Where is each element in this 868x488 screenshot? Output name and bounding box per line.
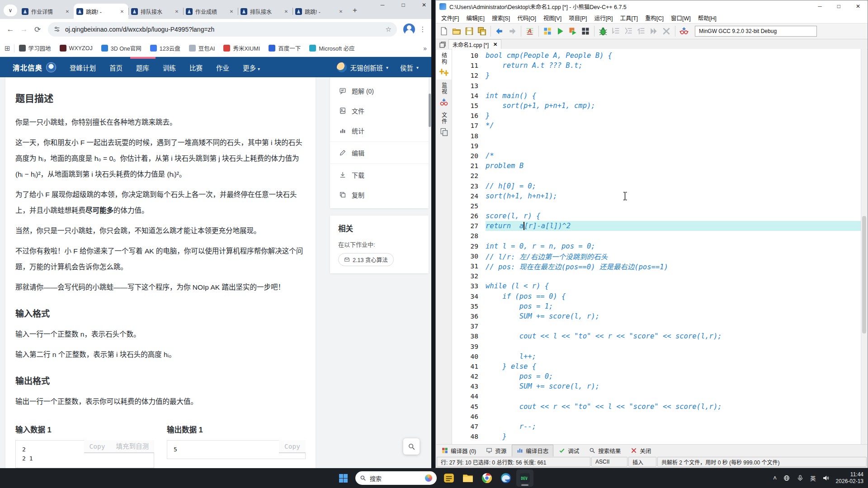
panel-tab-搜索结果[interactable]: 搜索结果 <box>585 445 625 456</box>
tray-globe-icon[interactable] <box>783 474 790 482</box>
code-line[interactable]: 33while (l < r) { <box>452 281 861 291</box>
panel-tab-关闭[interactable]: 关闭 <box>626 445 656 456</box>
code-line[interactable]: 24sort(h+1, h+n+1); <box>452 191 861 201</box>
code-line[interactable]: 16} <box>452 111 861 121</box>
sidebar-menu-题解[interactable]: 题解 (0) <box>330 81 429 101</box>
site-nav-item[interactable]: 训练 <box>163 63 176 72</box>
panel-tab-资源[interactable]: 资源 <box>481 445 511 456</box>
tab-close-icon[interactable]: ✕ <box>173 8 180 15</box>
tab-close-icon[interactable]: ✕ <box>337 8 344 15</box>
browser-tab[interactable]: 跳跳! -✕ <box>292 4 347 19</box>
browser-tab[interactable]: 跳跳! -✕ <box>74 4 128 19</box>
code-line[interactable]: 20/* <box>452 151 861 161</box>
code-line[interactable]: 22 <box>452 171 861 181</box>
code-line[interactable]: 25 <box>452 201 861 211</box>
code-line[interactable]: 38 cout << l << "to" << r << "score" << … <box>452 331 861 341</box>
apps-grid-icon[interactable]: ⊞ <box>5 44 10 52</box>
code-line[interactable]: 10bool cmp(People A, People B) { <box>452 51 861 61</box>
new-file-icon[interactable] <box>438 25 450 37</box>
code-line[interactable]: 35 pos = 1; <box>452 301 861 311</box>
code-line[interactable]: 46 <box>452 412 861 422</box>
browser-tab[interactable]: 作业成绩✕ <box>183 4 238 19</box>
code-line[interactable]: 27return a[r]-a[l])^2 <box>452 221 861 231</box>
code-line[interactable]: 11 return A.t ??? B.t; <box>452 61 861 70</box>
panel-tab-编译日志[interactable]: 编译日志 <box>512 445 553 457</box>
homework-badge[interactable]: 2.13 贪心算法 <box>338 253 394 266</box>
debug-icon[interactable] <box>597 25 609 37</box>
menu-item[interactable]: 帮助[H] <box>694 12 720 23</box>
step-out-icon[interactable] <box>635 25 647 37</box>
code-line[interactable]: 21problem B <box>452 161 861 171</box>
editor-scrollbar-thumb[interactable] <box>862 216 866 333</box>
taskbar-app-file-explorer[interactable] <box>459 469 476 487</box>
bookmark-item[interactable]: 豆包AI <box>189 44 215 52</box>
editor-tab-close-icon[interactable]: ✕ <box>493 42 497 47</box>
menu-item[interactable]: 视图[V] <box>540 12 565 23</box>
save-icon[interactable] <box>463 25 475 37</box>
code-line[interactable]: 12} <box>452 70 861 80</box>
window-list-icon[interactable] <box>439 41 447 48</box>
code-line[interactable]: 30// l/r: 左/右边第一个没跳到的石头 <box>452 251 861 261</box>
code-line[interactable]: 42 pos = 0; <box>452 371 861 381</box>
code-line[interactable]: 13 <box>452 81 861 91</box>
maximize-button[interactable]: □ <box>399 2 408 8</box>
tray-chevron-up-icon[interactable]: ˄ <box>773 474 777 482</box>
menu-item[interactable]: 项目[P] <box>565 12 590 23</box>
code-line[interactable]: 47 r--; <box>452 422 861 432</box>
code-line[interactable]: 23// h[0] = 0; <box>452 181 861 191</box>
code-line[interactable]: 43 SUM += score(l, r); <box>452 381 861 391</box>
code-line[interactable]: 36 SUM += score(l, r); <box>452 311 861 321</box>
tab-close-icon[interactable]: ✕ <box>64 8 71 15</box>
site-nav-item[interactable]: 题库 <box>136 63 149 72</box>
forward-button[interactable]: → <box>17 23 31 36</box>
taskbar-clock[interactable]: 11:44 2026-02-13 <box>836 471 863 485</box>
sidebar-menu-复制[interactable]: 复制 <box>330 185 429 205</box>
forward-nav-icon[interactable] <box>506 25 518 37</box>
bookmark-item[interactable]: Microsoft 必应 <box>309 44 354 52</box>
code-line[interactable]: 18 <box>452 131 861 141</box>
bookmark-item[interactable]: 秀米XIUMI <box>223 44 260 52</box>
bookmark-item[interactable]: 百度一下 <box>269 44 301 52</box>
browser-tab[interactable]: 作业详情✕ <box>19 4 74 19</box>
devcpp-titlebar[interactable]: C:\Users\Administrator\Desktop\未命名1.cpp … <box>436 0 868 12</box>
taskbar-app-edge[interactable] <box>497 469 514 487</box>
menu-item[interactable]: 窗口[W] <box>667 12 694 23</box>
code-line[interactable]: 19 <box>452 141 861 151</box>
panel-tab-编译器[interactable]: 编译器 (0) <box>437 445 481 456</box>
tab-close-icon[interactable]: ✕ <box>283 8 290 15</box>
sidebar-menu-编辑[interactable]: 编辑 <box>330 143 429 163</box>
tray-volume-icon[interactable] <box>822 474 830 482</box>
code-line[interactable]: 34 if (pos == 0) { <box>452 291 861 301</box>
add-watch-icon[interactable] <box>678 25 690 37</box>
save-all-icon[interactable] <box>476 25 488 37</box>
bookmark-item[interactable]: 123云盘 <box>150 44 180 52</box>
editor-tab[interactable]: 未命名1.cpp [*] ✕ <box>448 39 501 49</box>
url-text[interactable]: oj.qingbeixinao.com/d/wxcxb/p/luogu-P499… <box>65 26 386 33</box>
code-line[interactable]: 15 sort(p+1, p+n+1, cmp); <box>452 101 861 111</box>
bookmark-item[interactable]: WXYZOJ <box>60 45 93 52</box>
minimize-button[interactable]: ─ <box>378 2 387 8</box>
bookmark-item[interactable]: 学习园地 <box>19 44 51 52</box>
browser-scrollbar-thumb[interactable] <box>429 94 431 127</box>
sidebar-menu-文件[interactable]: 文件 <box>330 101 429 121</box>
step-over-icon[interactable] <box>610 25 622 37</box>
run-icon[interactable] <box>554 25 566 37</box>
code-line[interactable]: 32 <box>452 271 861 281</box>
code-line[interactable]: 44 <box>452 391 861 401</box>
page-search-button[interactable] <box>403 438 420 455</box>
editor-scrollbar[interactable] <box>861 49 867 445</box>
tab-close-icon[interactable]: ✕ <box>118 8 126 15</box>
back-button[interactable]: ← <box>4 23 17 36</box>
devcpp-minimize-button[interactable]: ─ <box>818 3 822 9</box>
code-line[interactable]: 45 cout << r << "to" << l << "score" << … <box>452 402 861 412</box>
code-editor[interactable]: 10bool cmp(People A, People B) {11 retur… <box>452 49 861 445</box>
bookmark-star-icon[interactable]: ☆ <box>386 25 392 33</box>
step-into-icon[interactable] <box>623 25 634 37</box>
menu-item[interactable]: 运行[R] <box>590 12 616 23</box>
compile-icon[interactable] <box>542 25 553 37</box>
devcpp-close-button[interactable]: ✕ <box>856 3 860 9</box>
profile-avatar[interactable] <box>403 23 415 35</box>
menu-item[interactable]: 重构[C] <box>642 12 667 23</box>
panel-tab-调试[interactable]: 调试 <box>554 445 584 456</box>
start-button[interactable] <box>335 469 352 487</box>
